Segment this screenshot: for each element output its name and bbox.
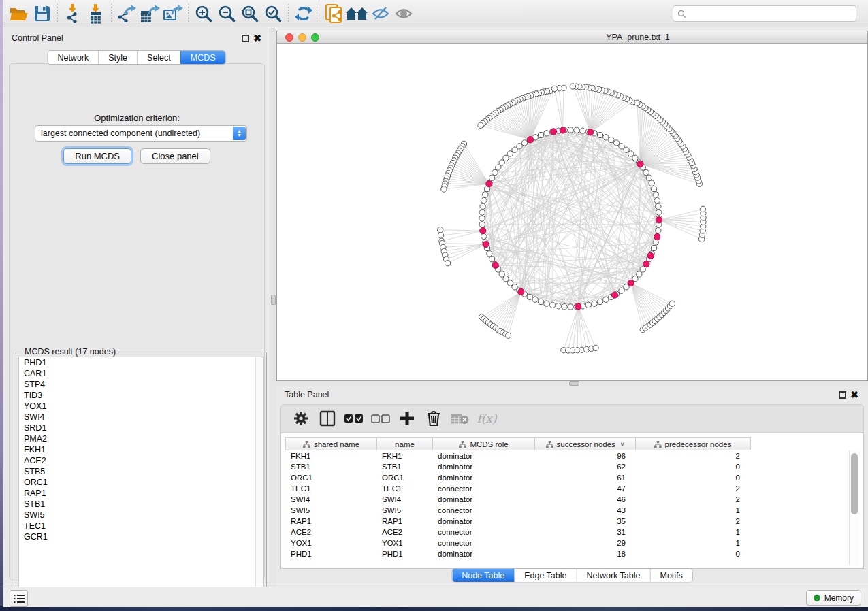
mcds-result-list[interactable]: PHD1CAR1STP4TID3YOX1SWI4SRD1PMA2FKH1ACE2…	[18, 357, 264, 602]
export-network-icon	[116, 3, 138, 24]
close-panel-button[interactable]: Close panel	[140, 148, 210, 164]
table-row[interactable]: SWI5SWI5connector431	[285, 505, 845, 516]
zoom-selected-button[interactable]	[261, 3, 285, 24]
checkbox-unchecked-pair-button[interactable]	[370, 408, 391, 429]
checkbox-checked-pair-icon	[344, 414, 364, 423]
columns-button[interactable]	[317, 408, 338, 429]
tab-style[interactable]: Style	[98, 51, 137, 64]
table-row[interactable]: PHD1PHD1dominator180	[285, 548, 845, 559]
save-session-button[interactable]	[31, 3, 54, 24]
close-panel-icon[interactable]: ✖	[253, 33, 261, 44]
column-header-shared-name[interactable]: shared name	[286, 438, 377, 450]
zoom-out-button[interactable]	[215, 3, 238, 24]
table-scrollbar[interactable]	[849, 450, 859, 565]
close-table-panel-icon[interactable]: ✖	[850, 389, 858, 400]
table-cell: connector	[432, 483, 534, 494]
search-input[interactable]	[690, 9, 852, 18]
tab-network-table[interactable]: Network Table	[577, 569, 650, 582]
show-hidden-button[interactable]	[392, 3, 415, 24]
horizontal-splitter-handle[interactable]	[569, 381, 579, 386]
table-row[interactable]: ORC1ORC1dominator610	[285, 472, 845, 483]
float-panel-icon[interactable]	[242, 35, 249, 42]
table-panel-title: Table Panel	[285, 390, 329, 399]
export-image-button[interactable]	[161, 3, 184, 24]
checkbox-checked-pair-button[interactable]	[344, 408, 364, 429]
memory-button[interactable]: Memory	[806, 590, 861, 606]
import-network-button[interactable]	[61, 3, 84, 24]
refresh-view-button[interactable]	[292, 3, 315, 24]
tab-edge-table[interactable]: Edge Table	[514, 569, 576, 582]
mcds-list-scrollbar[interactable]	[255, 357, 263, 601]
zoom-fit-button[interactable]	[238, 3, 261, 24]
table-row[interactable]: FKH1FKH1dominator962	[285, 450, 845, 461]
tab-motifs[interactable]: Motifs	[649, 569, 692, 582]
mcds-result-item[interactable]: STB1	[19, 499, 263, 510]
table-row[interactable]: RAP1RAP1dominator352	[285, 516, 845, 527]
mcds-result-item[interactable]: FKH1	[19, 444, 263, 455]
table-row[interactable]: STB1STB1dominator620	[285, 461, 845, 472]
nested-networks-button[interactable]	[346, 3, 369, 24]
mcds-result-item[interactable]: SRD1	[19, 423, 263, 433]
table-cell: 62	[534, 461, 635, 472]
table-cell: dominator	[432, 450, 534, 461]
tab-select[interactable]: Select	[137, 51, 180, 64]
mcds-result-item[interactable]: RAP1	[19, 488, 263, 499]
mcds-result-item[interactable]: PHD1	[19, 357, 263, 368]
trash-button[interactable]	[423, 408, 444, 429]
network-window-titlebar[interactable]: YPA_prune.txt_1	[277, 31, 867, 44]
window-minimize-icon[interactable]	[298, 33, 306, 42]
column-header-predecessor-nodes[interactable]: predecessor nodes	[636, 438, 750, 450]
function-button: f(x)	[477, 408, 497, 429]
mcds-result-item[interactable]: SWI4	[19, 412, 263, 423]
criterion-dropdown[interactable]: largest connected component (undirected)…	[35, 125, 247, 142]
window-zoom-icon[interactable]	[311, 33, 319, 42]
export-network-button[interactable]	[115, 3, 138, 24]
mcds-result-item[interactable]: CAR1	[19, 368, 263, 379]
column-header-label: successor nodes	[557, 440, 615, 448]
zoom-in-button[interactable]	[192, 3, 215, 24]
mcds-result-item[interactable]: ACE2	[19, 455, 263, 466]
mcds-result-item[interactable]: ORC1	[19, 477, 263, 488]
mcds-result-item[interactable]: TID3	[19, 390, 263, 401]
tab-node-table[interactable]: Node Table	[452, 569, 514, 582]
table-row[interactable]: YOX1YOX1connector291	[285, 538, 845, 548]
table-header-row: shared namenameMCDS rolesuccessor nodes∨…	[285, 437, 751, 450]
column-header-name[interactable]: name	[377, 438, 433, 450]
mcds-result-item[interactable]: GCR1	[19, 531, 263, 542]
float-table-panel-icon[interactable]	[839, 391, 846, 399]
hide-selected-icon	[370, 5, 391, 22]
mcds-result-item[interactable]: SWI5	[19, 510, 263, 521]
column-header-successor-nodes[interactable]: successor nodes∨	[535, 438, 636, 450]
table-row[interactable]: SWI4SWI4dominator462	[285, 494, 845, 505]
gear-button[interactable]	[291, 408, 311, 429]
mcds-result-item[interactable]: STB5	[19, 466, 263, 477]
search-box[interactable]	[673, 5, 856, 22]
vertical-splitter[interactable]	[270, 28, 276, 587]
tab-mcds[interactable]: MCDS	[180, 51, 225, 64]
show-hidden-icon	[393, 5, 414, 22]
vertical-splitter-handle[interactable]	[271, 295, 276, 305]
plus-button[interactable]	[397, 408, 417, 429]
table-cell: 96	[534, 450, 635, 461]
mcds-result-item[interactable]: PMA2	[19, 433, 263, 444]
network-from-document-button[interactable]	[323, 3, 346, 24]
tab-network[interactable]: Network	[48, 51, 98, 64]
horizontal-splitter[interactable]	[276, 381, 868, 386]
mcds-result-item[interactable]: YOX1	[19, 401, 263, 412]
table-row[interactable]: ACE2ACE2connector311	[285, 527, 845, 538]
table-row[interactable]: TEC1TEC1connector472	[285, 483, 845, 494]
export-table-button[interactable]	[138, 3, 161, 24]
run-mcds-button[interactable]: Run MCDS	[63, 148, 131, 164]
mcds-result-item[interactable]: STP4	[19, 379, 263, 390]
window-close-icon[interactable]	[285, 33, 293, 42]
task-history-button[interactable]	[10, 590, 28, 607]
mcds-result-item[interactable]: TEC1	[19, 521, 263, 531]
import-table-button[interactable]	[84, 3, 108, 24]
table-scrollbar-thumb[interactable]	[851, 453, 858, 514]
column-header-MCDS-role[interactable]: MCDS role	[433, 438, 535, 450]
hide-selected-button[interactable]	[369, 3, 392, 24]
toolbar-separator	[319, 4, 319, 23]
network-canvas[interactable]	[277, 44, 867, 380]
network-graph[interactable]	[277, 44, 867, 380]
open-folder-button[interactable]	[7, 3, 31, 24]
